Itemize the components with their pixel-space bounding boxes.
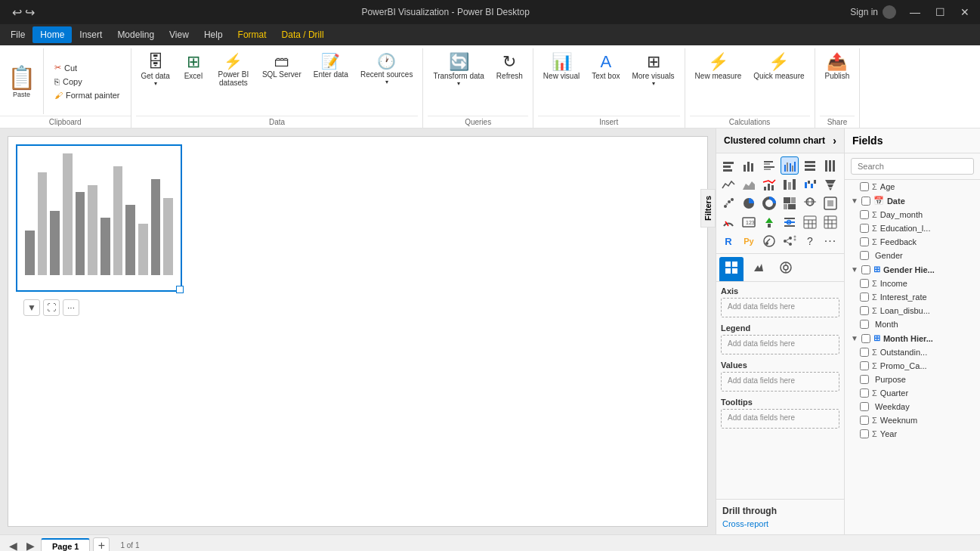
field-checkbox[interactable] [860, 348, 869, 357]
fields-tab[interactable] [719, 257, 744, 281]
field-item[interactable]: ▼ ⊞ Month Hier... [845, 331, 980, 345]
field-checkbox[interactable] [860, 402, 869, 411]
filled-map-icon-btn[interactable] [821, 194, 839, 212]
tooltips-drop-zone[interactable]: Add data fields here [721, 409, 839, 429]
key-influencers-icon-btn[interactable] [760, 232, 778, 250]
field-checkbox[interactable] [861, 197, 870, 206]
field-group-header[interactable]: ▼ 📅 Date [845, 193, 980, 208]
field-checkbox[interactable] [860, 224, 869, 233]
field-checkbox[interactable] [860, 251, 869, 260]
card-icon-btn[interactable]: 123 [740, 213, 758, 231]
sql-server-button[interactable]: 🗃 SQL Server [257, 50, 307, 82]
new-measure-button[interactable]: ⚡ New measure [690, 50, 747, 84]
transform-data-button[interactable]: 🔄 Transform data ▾ [428, 50, 489, 91]
viz-expand-icon[interactable]: › [833, 135, 836, 147]
cross-report-link[interactable]: Cross-report [722, 519, 838, 528]
cut-button[interactable]: ✂ Cut [50, 61, 125, 74]
new-visual-button[interactable]: 📊 New visual [538, 50, 585, 84]
slicer-icon-btn[interactable] [781, 213, 799, 231]
decomp-tree-icon-btn[interactable] [781, 232, 799, 250]
clustered-col-icon-btn[interactable] [781, 156, 799, 175]
axis-drop-zone[interactable]: Add data fields here [721, 298, 839, 317]
field-item[interactable]: Σ Year [845, 427, 980, 441]
field-item[interactable]: Σ Income [845, 277, 980, 290]
field-item[interactable]: Σ Loan_disbu... [845, 304, 980, 317]
field-item[interactable]: Purpose [845, 373, 980, 386]
field-item[interactable]: Σ Age [845, 180, 980, 193]
quick-measure-button[interactable]: ⚡ Quick measure [748, 50, 809, 84]
matrix-icon-btn[interactable] [821, 213, 839, 231]
stacked-col-icon-btn[interactable] [740, 156, 758, 175]
canvas-area[interactable]: ▼ ⛶ ··· Filters [0, 128, 716, 534]
analytics-tab[interactable] [774, 257, 798, 281]
100pct-bar-icon-btn[interactable] [801, 156, 819, 175]
field-checkbox[interactable] [861, 334, 870, 343]
more-visuals-button[interactable]: ⊞ More visuals ▾ [626, 50, 679, 91]
field-item[interactable]: Σ Outstandin... [845, 345, 980, 359]
clustered-bar-icon-btn[interactable] [760, 156, 778, 175]
sign-in-area[interactable]: Sign in [850, 5, 896, 19]
field-item[interactable]: Σ Education_l... [845, 221, 980, 235]
legend-drop-zone[interactable]: Add data fields here [721, 335, 839, 354]
fields-search-input[interactable] [851, 158, 974, 175]
field-item[interactable]: Σ Feedback [845, 235, 980, 249]
resize-handle[interactable] [176, 286, 184, 293]
format-painter-button[interactable]: 🖌 Format painter [50, 89, 125, 101]
qa-icon-btn[interactable]: ? [801, 232, 819, 250]
text-box-button[interactable]: A Text box [586, 50, 625, 84]
100pct-col-icon-btn[interactable] [821, 156, 839, 175]
field-checkbox[interactable] [860, 361, 869, 370]
maximize-button[interactable]: ☐ [931, 3, 950, 21]
values-drop-zone[interactable]: Add data fields here [721, 372, 839, 392]
menu-file[interactable]: File [3, 26, 32, 43]
more-options-button[interactable]: ··· [63, 299, 79, 316]
menu-modeling[interactable]: Modeling [110, 26, 162, 43]
field-checkbox[interactable] [860, 306, 869, 315]
table-icon-btn[interactable] [801, 213, 819, 231]
chart-visual[interactable] [16, 144, 182, 292]
excel-button[interactable]: ⊞ Excel [177, 50, 210, 84]
field-item[interactable]: Σ Weeknum [845, 413, 980, 427]
field-checkbox[interactable] [860, 375, 869, 384]
prev-page-button[interactable]: ◀ [6, 538, 20, 552]
field-checkbox[interactable] [861, 265, 870, 274]
field-item[interactable]: ▼ ⊞ Gender Hie... [845, 262, 980, 277]
funnel-icon-btn[interactable] [821, 175, 839, 193]
powerbi-datasets-button[interactable]: ⚡ Power BI datasets [212, 50, 255, 91]
pie-icon-btn[interactable] [740, 194, 758, 212]
field-item[interactable]: Σ Promo_Ca... [845, 359, 980, 373]
recent-sources-button[interactable]: 🕐 Recent sources ▾ [355, 50, 418, 89]
line-chart-icon-btn[interactable] [719, 175, 737, 193]
field-checkbox[interactable] [860, 279, 869, 288]
field-item[interactable]: Σ Interest_rate [845, 290, 980, 304]
field-item[interactable]: Month [845, 317, 980, 331]
copy-button[interactable]: ⎘ Copy [50, 76, 125, 88]
menu-home[interactable]: Home [32, 26, 72, 43]
field-item[interactable]: Σ Day_month [845, 208, 980, 221]
close-button[interactable]: ✕ [956, 3, 974, 21]
ribbon-chart-icon-btn[interactable] [781, 175, 799, 193]
field-checkbox[interactable] [860, 416, 869, 425]
r-visual-icon-btn[interactable]: R [719, 232, 737, 250]
paste-button[interactable]: 📋 Paste [0, 48, 44, 114]
redo-button[interactable]: ↪ [25, 5, 35, 20]
treemap-icon-btn[interactable] [781, 194, 799, 212]
line-cluster-icon-btn[interactable] [760, 175, 778, 193]
donut-icon-btn[interactable] [760, 194, 778, 212]
undo-button[interactable]: ↩ [12, 5, 22, 20]
field-checkbox[interactable] [860, 182, 869, 191]
field-checkbox[interactable] [860, 320, 869, 329]
format-tab[interactable] [747, 257, 771, 281]
py-visual-icon-btn[interactable]: Py [740, 232, 758, 250]
field-item[interactable]: Weekday [845, 400, 980, 413]
minimize-button[interactable]: — [905, 3, 925, 21]
more-visuals-btn[interactable]: ··· [821, 232, 839, 250]
field-checkbox[interactable] [860, 429, 869, 438]
kpi-icon-btn[interactable] [760, 213, 778, 231]
get-data-button[interactable]: 🗄 Get data ▾ [136, 50, 175, 91]
filters-tab[interactable]: Filters [700, 189, 716, 228]
filter-chart-button[interactable]: ▼ [23, 299, 40, 316]
field-checkbox[interactable] [860, 388, 869, 398]
field-item[interactable]: Σ Quarter [845, 386, 980, 400]
waterfall-icon-btn[interactable] [801, 175, 819, 193]
